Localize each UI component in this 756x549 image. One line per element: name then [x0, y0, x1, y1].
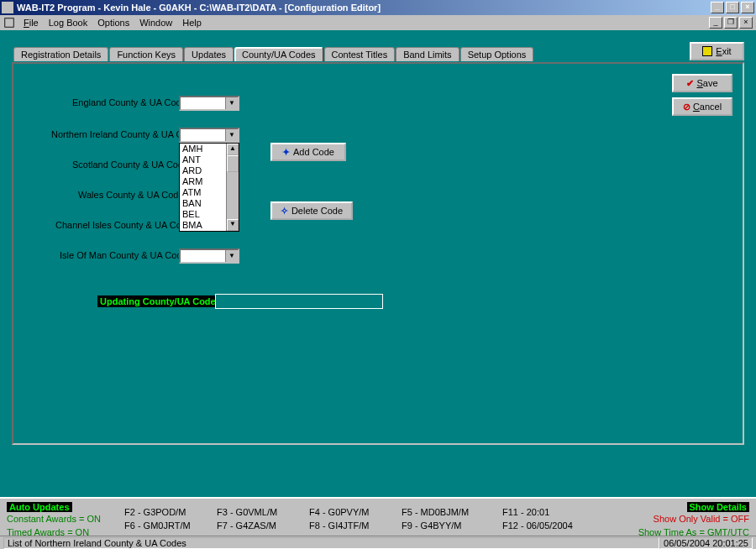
menu-window[interactable]: Window: [134, 16, 177, 29]
mdi-child-icon: [3, 17, 15, 29]
close-button[interactable]: ×: [741, 2, 754, 13]
add-code-label: Add Code: [293, 147, 334, 157]
fkey-f3: F3 - G0VML/M: [217, 505, 296, 519]
fkey-f7: F7 - G4ZAS/M: [217, 519, 296, 532]
delete-code-button[interactable]: ✧ Delete Code: [270, 201, 353, 220]
delete-code-label: Delete Code: [291, 206, 343, 216]
scroll-down-icon[interactable]: ▼: [227, 219, 239, 231]
show-details-header: Show Details: [687, 502, 749, 512]
fkey-f11: F11 - 20:01: [502, 505, 598, 519]
status-bar: List of Northern Ireland County & UA Cod…: [0, 536, 756, 549]
label-wales: Wales County & UA Codes: [78, 190, 188, 200]
statusbar-datetime: 06/05/2004 20:01:25: [659, 537, 753, 549]
delete-icon: ✧: [281, 206, 288, 217]
dropdown-ni-list[interactable]: AMH ANT ARD ARM ATM BAN BEL BMA ▲ ▼: [179, 143, 239, 232]
mdi-close-button[interactable]: ×: [739, 17, 753, 29]
constant-awards-status: Constant Awards = ON: [7, 512, 111, 525]
tab-registration[interactable]: Registration Details: [13, 47, 108, 61]
menu-logbook[interactable]: Log Book: [44, 16, 92, 29]
title-bar: WAB-IT2 Program - Kevin Hale - G0AKH - C…: [0, 0, 756, 15]
add-icon: ✦: [282, 147, 290, 158]
chevron-down-icon[interactable]: ▼: [225, 129, 238, 141]
exit-button[interactable]: Exit: [690, 42, 744, 60]
fkey-f8: F8 - GI4JTF/M: [309, 519, 388, 532]
add-code-button[interactable]: ✦ Add Code: [270, 143, 346, 161]
maximize-button[interactable]: □: [726, 2, 739, 13]
label-scotland: Scotland County & UA Codes: [72, 159, 193, 170]
auto-updates-header: Auto Updates: [7, 502, 72, 512]
combo-england[interactable]: ▼: [179, 96, 239, 111]
tab-band-limits[interactable]: Band Limits: [396, 47, 459, 61]
scroll-up-icon[interactable]: ▲: [227, 144, 239, 155]
dropdown-scrollbar[interactable]: ▲ ▼: [226, 144, 239, 231]
save-button[interactable]: ✔ Save: [672, 74, 732, 92]
app-icon: [2, 2, 13, 13]
combo-ni[interactable]: ▼: [179, 128, 239, 143]
tab-strip: Registration Details Function Keys Updat…: [13, 47, 534, 61]
tab-setup-options[interactable]: Setup Options: [460, 47, 534, 61]
tab-county-ua-codes[interactable]: County/UA Codes: [234, 47, 323, 61]
fkey-f2: F2 - G3POD/M: [124, 505, 203, 519]
statusbar-message: List of Northern Ireland County & UA Cod…: [3, 537, 659, 549]
chevron-down-icon[interactable]: ▼: [225, 250, 238, 262]
fkey-f12: F12 - 06/05/2004: [502, 519, 598, 532]
svg-rect-0: [5, 18, 14, 28]
save-cancel-group: ✔ Save ⊘ Cancel: [672, 74, 732, 116]
status-input[interactable]: [215, 294, 383, 309]
door-icon: [702, 46, 712, 56]
status-updating-label: Updating County/UA Codes: [97, 295, 223, 307]
mdi-restore-button[interactable]: ❐: [724, 17, 738, 29]
menu-file[interactable]: File: [18, 16, 44, 29]
mdi-minimize-button[interactable]: _: [709, 17, 722, 29]
tab-contest-titles[interactable]: Contest Titles: [324, 47, 396, 61]
no-entry-icon: ⊘: [683, 102, 690, 112]
show-only-valid-status: Show Only Valid = OFF: [612, 512, 749, 525]
fkey-f9: F9 - G4BYY/M: [402, 519, 489, 532]
fkey-f6: F6 - GM0JRT/M: [124, 519, 203, 532]
window-title: WAB-IT2 Program - Kevin Hale - G0AKH - C…: [17, 3, 381, 13]
menu-bar: File Log Book Options Window Help _ ❐ ×: [0, 15, 756, 30]
config-panel: England County & UA Codes Northern Irela…: [12, 62, 744, 445]
fkey-f4: F4 - G0PVY/M: [309, 505, 388, 519]
exit-label: xit: [722, 46, 732, 56]
scroll-thumb[interactable]: [227, 155, 239, 172]
combo-iom[interactable]: ▼: [179, 248, 239, 264]
chevron-down-icon[interactable]: ▼: [225, 97, 238, 109]
label-channel: Channel Isles County & UA Codes: [55, 220, 197, 230]
menu-help[interactable]: Help: [177, 16, 207, 29]
bottom-info-panel: Auto Updates Constant Awards = ON Timed …: [0, 497, 756, 536]
tab-function-keys[interactable]: Function Keys: [109, 47, 183, 61]
label-england: England County & UA Codes: [72, 97, 191, 107]
check-icon: ✔: [686, 78, 694, 89]
cancel-button[interactable]: ⊘ Cancel: [672, 97, 732, 116]
fkey-f5: F5 - MD0BJM/M: [402, 505, 489, 519]
tab-updates[interactable]: Updates: [184, 47, 234, 61]
minimize-button[interactable]: _: [711, 2, 724, 13]
menu-options[interactable]: Options: [92, 16, 134, 29]
label-iom: Isle Of Man County & UA Codes: [60, 250, 192, 260]
